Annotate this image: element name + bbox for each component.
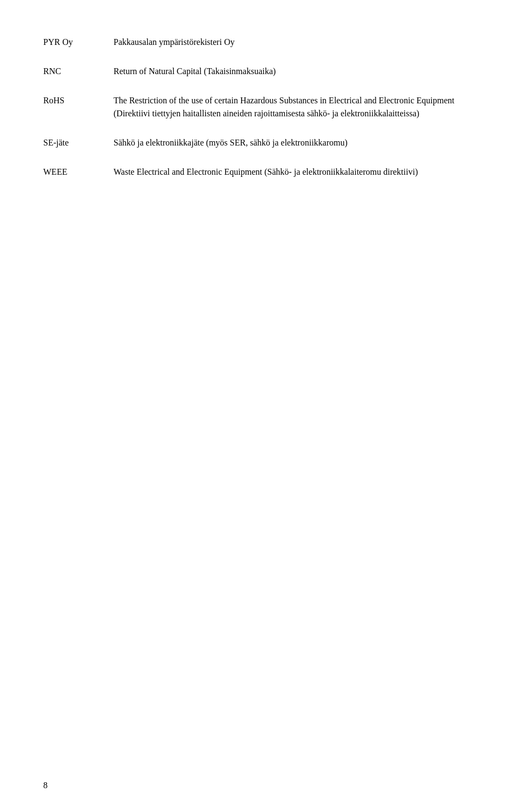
table-row: PYR Oy Pakkausalan ympäristörekisteri Oy: [43, 32, 476, 52]
term-rnc: RNC: [43, 62, 114, 81]
spacer-row: [43, 153, 476, 162]
spacer-row: [43, 52, 476, 62]
table-row: SE-jäte Sähkö ja elektroniikkajäte (myös…: [43, 133, 476, 153]
def-rnc: Return of Natural Capital (Takaisinmaksu…: [114, 62, 476, 81]
term-se-jate: SE-jäte: [43, 133, 114, 153]
page-container: PYR Oy Pakkausalan ympäristörekisteri Oy…: [0, 0, 519, 812]
page-number: 8: [43, 781, 48, 790]
table-row: WEEE Waste Electrical and Electronic Equ…: [43, 162, 476, 182]
def-pyr-oy: Pakkausalan ympäristörekisteri Oy: [114, 32, 476, 52]
def-se-jate: Sähkö ja elektroniikkajäte (myös SER, sä…: [114, 133, 476, 153]
table-row: RoHS The Restriction of the use of certa…: [43, 91, 476, 123]
term-pyr-oy: PYR Oy: [43, 32, 114, 52]
spacer-row: [43, 81, 476, 91]
def-rohs: The Restriction of the use of certain Ha…: [114, 91, 476, 123]
table-row: RNC Return of Natural Capital (Takaisinm…: [43, 62, 476, 81]
glossary-table: PYR Oy Pakkausalan ympäristörekisteri Oy…: [43, 32, 476, 182]
term-rohs: RoHS: [43, 91, 114, 123]
term-weee: WEEE: [43, 162, 114, 182]
spacer-row: [43, 123, 476, 133]
def-weee: Waste Electrical and Electronic Equipmen…: [114, 162, 476, 182]
